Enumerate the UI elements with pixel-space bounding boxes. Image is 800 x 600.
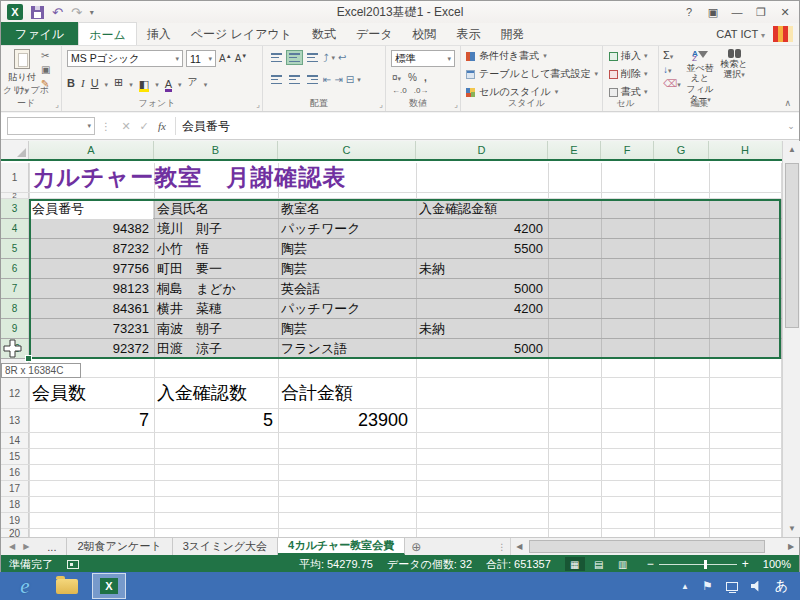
cell-a8[interactable]: 84361 xyxy=(30,299,152,318)
row-10[interactable]: 10 92372 田渡 涼子 フランス語 5000 xyxy=(1,339,782,359)
font-dialog-launcher[interactable]: ⌟ xyxy=(256,100,260,109)
row-header-8[interactable]: 8 xyxy=(1,299,29,318)
comma-style-icon[interactable]: , xyxy=(424,72,427,83)
vertical-scrollbar[interactable]: ▲ ▼ xyxy=(782,141,800,537)
row-header-13[interactable]: 13 xyxy=(1,409,29,432)
formula-input[interactable]: 会員番号 xyxy=(175,117,783,135)
center-icon[interactable] xyxy=(287,73,302,86)
new-sheet-icon[interactable]: ⊕ xyxy=(405,538,427,555)
percent-style-icon[interactable]: % xyxy=(408,72,417,83)
row-16[interactable]: 16 xyxy=(1,465,782,481)
currency-format-icon[interactable]: ¤▾ xyxy=(392,72,401,83)
orientation-icon[interactable]: ⤴ xyxy=(323,52,329,64)
tab-insert[interactable]: 挿入 xyxy=(137,22,181,45)
cell-c10[interactable]: フランス語 xyxy=(281,339,414,358)
cell-a4[interactable]: 94382 xyxy=(30,219,152,238)
scroll-down-icon[interactable]: ▼ xyxy=(783,520,800,537)
row-18[interactable]: 18 xyxy=(1,497,782,513)
middle-align-icon[interactable] xyxy=(287,51,302,64)
cut-icon[interactable]: ✂ xyxy=(41,50,50,61)
ribbon-display-options-button[interactable]: ▣ xyxy=(701,1,725,23)
row-1[interactable]: 1 カルチャー教室 月謝確認表 xyxy=(1,163,782,193)
zoom-slider[interactable] xyxy=(659,564,737,565)
copy-icon[interactable]: ▣ xyxy=(41,64,50,75)
cell-a6[interactable]: 97756 xyxy=(30,259,152,278)
cell-a12[interactable]: 会員数 xyxy=(32,378,152,408)
zoom-slider-thumb[interactable] xyxy=(704,560,707,569)
macro-record-icon[interactable] xyxy=(67,560,79,569)
insert-cells-button[interactable]: 挿入▾ xyxy=(609,49,648,63)
cell-d6[interactable]: 未納 xyxy=(419,259,546,278)
page-break-view-icon[interactable]: ▥ xyxy=(613,557,633,571)
italic-button[interactable]: I xyxy=(81,77,85,89)
cell-a9[interactable]: 73231 xyxy=(30,319,152,338)
increase-font-icon[interactable]: A▲ xyxy=(219,53,232,64)
row-header-7[interactable]: 7 xyxy=(1,279,29,298)
row-header-17[interactable]: 17 xyxy=(1,481,29,496)
cell-c6[interactable]: 陶芸 xyxy=(281,259,414,278)
number-dialog-launcher[interactable]: ⌟ xyxy=(454,100,458,109)
ie-taskbar-icon[interactable]: e xyxy=(8,573,42,599)
sheet-tab-1[interactable]: 2朝食アンケート xyxy=(67,538,172,555)
name-box[interactable]: ▾ xyxy=(7,117,95,135)
restore-button[interactable]: ❐ xyxy=(749,1,773,23)
cell-a10[interactable]: 92372 xyxy=(30,339,152,358)
confirm-entry-icon[interactable]: ✓ xyxy=(135,120,153,133)
column-header-c[interactable]: C xyxy=(278,141,416,159)
row-4[interactable]: 4 94382 境川 則子 パッチワーク 4200 xyxy=(1,219,782,239)
decrease-decimal-icon[interactable]: .0→ xyxy=(414,86,429,95)
wrap-text-icon[interactable]: ↩ xyxy=(338,52,346,63)
row-19[interactable]: 19 xyxy=(1,513,782,529)
zoom-out-icon[interactable]: − xyxy=(647,557,654,571)
row-header-2[interactable]: 2 xyxy=(1,193,29,198)
align-right-icon[interactable] xyxy=(305,73,320,86)
select-all-corner[interactable] xyxy=(1,141,29,159)
align-bottom-icon[interactable] xyxy=(305,51,320,64)
page-layout-view-icon[interactable]: ▤ xyxy=(589,557,609,571)
conditional-formatting-button[interactable]: 条件付き書式▾ xyxy=(466,49,547,63)
row-9[interactable]: 9 73231 南波 朝子 陶芸 未納 xyxy=(1,319,782,339)
fill-color-icon[interactable]: ◧ xyxy=(139,79,149,89)
account-avatar[interactable] xyxy=(773,26,793,42)
tab-review[interactable]: 校閲 xyxy=(403,22,447,45)
column-header-a[interactable]: A xyxy=(29,141,154,159)
row-header-9[interactable]: 9 xyxy=(1,319,29,338)
cell-d8[interactable]: 4200 xyxy=(419,299,546,318)
row-8[interactable]: 8 84361 横井 菜穂 パッチワーク 4200 xyxy=(1,299,782,319)
cell-b13[interactable]: 5 xyxy=(157,409,276,432)
find-select-button[interactable]: 検索と 選択▾ xyxy=(717,49,751,80)
tab-developer[interactable]: 開発 xyxy=(491,22,535,45)
cell-b10[interactable]: 田渡 涼子 xyxy=(157,339,276,358)
tab-data[interactable]: データ xyxy=(346,22,403,45)
tab-view[interactable]: 表示 xyxy=(447,22,491,45)
cell-a5[interactable]: 87232 xyxy=(30,239,152,258)
cell-a7[interactable]: 98123 xyxy=(30,279,152,298)
row-11[interactable]: 11 xyxy=(1,359,782,378)
row-15[interactable]: 15 xyxy=(1,449,782,465)
sheet-tab-overflow[interactable]: ... xyxy=(37,538,67,555)
decrease-indent-icon[interactable]: ⇤ xyxy=(323,74,331,85)
decrease-font-icon[interactable]: A▼ xyxy=(235,53,248,64)
row-header-5[interactable]: 5 xyxy=(1,239,29,258)
cell-b5[interactable]: 小竹 悟 xyxy=(157,239,276,258)
increase-decimal-icon[interactable]: ←.0 xyxy=(392,86,407,95)
row-14[interactable]: 14 xyxy=(1,433,782,449)
tab-home[interactable]: ホーム xyxy=(78,22,137,45)
column-header-d[interactable]: D xyxy=(416,141,548,159)
clipboard-dialog-launcher[interactable]: ⌟ xyxy=(55,100,59,109)
row-header-20[interactable]: 20 xyxy=(1,529,29,537)
alignment-dialog-launcher[interactable]: ⌟ xyxy=(379,100,383,109)
row-12[interactable]: 12 会員数 入金確認数 合計金額 xyxy=(1,378,782,409)
column-header-h[interactable]: H xyxy=(709,141,781,159)
sheet-tab-2[interactable]: 3スイミング大会 xyxy=(173,538,278,555)
scroll-right-icon[interactable]: ▶ xyxy=(783,542,799,551)
cell-d7[interactable]: 5000 xyxy=(419,279,546,298)
row-header-3[interactable]: 3 xyxy=(1,199,29,218)
align-left-icon[interactable] xyxy=(269,73,284,86)
row-17[interactable]: 17 xyxy=(1,481,782,497)
cell-d4[interactable]: 4200 xyxy=(419,219,546,238)
bold-button[interactable]: B xyxy=(67,77,75,89)
horizontal-scrollbar-thumb[interactable] xyxy=(529,540,764,553)
row-header-16[interactable]: 16 xyxy=(1,465,29,480)
autosum-icon[interactable]: Σ▾ xyxy=(663,49,681,61)
